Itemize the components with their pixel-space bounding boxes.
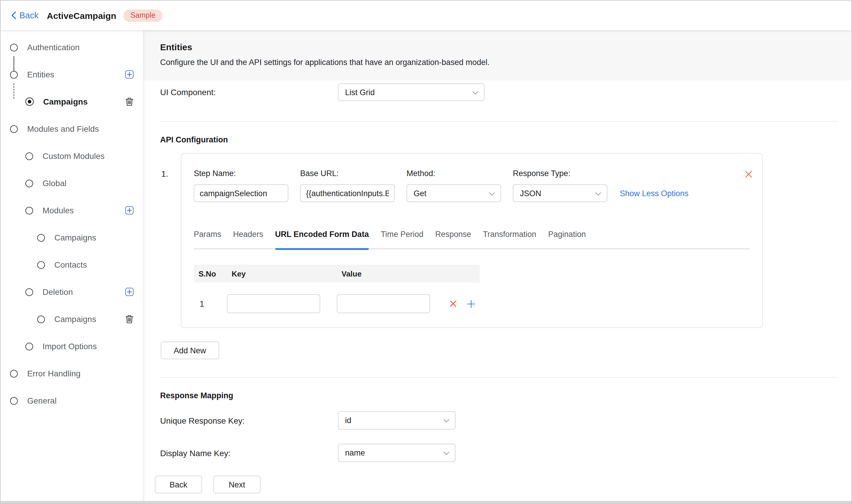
page-title: ActiveCampaign: [47, 10, 116, 20]
sidebar-item-label: Modules: [42, 205, 74, 215]
unique-response-key-label: Unique Response Key:: [160, 416, 338, 425]
base-url-field: Base URL:: [300, 169, 395, 202]
base-url-input[interactable]: [300, 184, 395, 202]
radio-dot: [28, 100, 31, 103]
sidebar-item-campaigns[interactable]: Campaigns: [1, 305, 143, 332]
key-cell: [227, 294, 337, 313]
chevron-down-icon: [443, 417, 449, 422]
close-icon: [744, 170, 753, 178]
trash-icon-glyph: [125, 97, 133, 106]
sidebar-item-campaigns[interactable]: Campaigns: [1, 88, 143, 115]
top-bar: Back ActiveCampaign Sample: [1, 1, 851, 30]
sidebar-item-authentication[interactable]: Authentication: [1, 34, 143, 61]
plus-glyph: [127, 208, 132, 213]
header-sno: S.No: [194, 269, 227, 278]
api-step-card: 1. Step Name: Base URL: Method:: [181, 153, 763, 328]
sidebar-item-label: Campaigns: [54, 233, 96, 242]
sidebar-item-global[interactable]: Global: [1, 169, 143, 197]
step-fields: Step Name: Base URL: Method: Get: [194, 169, 750, 202]
section-header: Entities Configure the UI and the API se…: [144, 30, 851, 80]
divider: [160, 121, 837, 122]
sidebar-item-modules-and-fields[interactable]: Modules and Fields: [1, 115, 143, 142]
circle-icon: [10, 43, 18, 51]
sidebar-item-label: Global: [42, 178, 67, 188]
tab-headers[interactable]: Headers: [233, 230, 263, 248]
circle-icon: [25, 152, 33, 160]
sidebar-item-contacts[interactable]: Contacts: [1, 251, 143, 278]
step-name-input[interactable]: [194, 184, 288, 202]
sidebar-item-deletion[interactable]: Deletion: [1, 278, 143, 305]
method-select[interactable]: Get: [406, 184, 501, 202]
add-new-button[interactable]: Add New: [161, 342, 219, 359]
add-button[interactable]: [125, 288, 133, 296]
remove-row-button[interactable]: [449, 300, 457, 308]
method-field: Method: Get: [406, 169, 501, 202]
sidebar-item-label: Import Options: [42, 342, 97, 351]
sidebar-item-error-handling[interactable]: Error Handling: [1, 360, 143, 387]
app-window: Back ActiveCampaign Sample Authenticatio…: [0, 0, 852, 504]
sidebar-item-custom-modules[interactable]: Custom Modules: [1, 142, 143, 169]
add-button[interactable]: [125, 70, 133, 78]
sidebar-item-label: Campaigns: [43, 97, 88, 106]
circle-icon: [10, 370, 18, 377]
plus-box-icon: [125, 288, 133, 296]
tab-pagination[interactable]: Pagination: [548, 230, 586, 248]
sidebar-item-label: Authentication: [27, 42, 79, 52]
unique-response-key-select[interactable]: id: [338, 411, 455, 430]
circle-icon: [10, 71, 18, 78]
sidebar-item-label: General: [27, 396, 57, 405]
header-value: Value: [337, 269, 447, 278]
api-config-tabs: ParamsHeadersURL Encoded Form DataTime P…: [194, 230, 750, 249]
value-cell: [337, 294, 447, 313]
sidebar-item-campaigns[interactable]: Campaigns: [1, 224, 143, 251]
method-label: Method:: [406, 169, 501, 178]
sidebar-item-modules[interactable]: Modules: [1, 197, 143, 224]
tab-transformation[interactable]: Transformation: [483, 230, 537, 248]
ui-component-select[interactable]: List Grid: [338, 83, 485, 101]
tab-time-period[interactable]: Time Period: [381, 230, 424, 248]
response-type-value: JSON: [520, 189, 541, 198]
tab-url-encoded-form-data[interactable]: URL Encoded Form Data: [275, 230, 369, 248]
step-name-label: Step Name:: [194, 169, 288, 178]
section-title: Entities: [160, 42, 835, 52]
sidebar-item-label: Campaigns: [54, 314, 96, 324]
chevron-left-icon: [11, 11, 17, 19]
value-input[interactable]: [337, 294, 430, 313]
display-name-key-select[interactable]: name: [338, 444, 455, 462]
tab-response[interactable]: Response: [435, 230, 471, 248]
plus-box-icon: [125, 70, 133, 78]
next-button[interactable]: Next: [213, 475, 260, 493]
sidebar-item-entities[interactable]: Entities: [1, 61, 143, 88]
display-name-key-label: Display Name Key:: [160, 448, 338, 457]
ui-component-value: List Grid: [345, 88, 375, 96]
circle-icon: [37, 261, 45, 269]
show-less-options-link[interactable]: Show Less Options: [620, 189, 689, 198]
remove-step-button[interactable]: [744, 170, 753, 178]
table-row: 1: [194, 294, 480, 313]
step-number: 1.: [161, 169, 168, 178]
back-link[interactable]: Back: [11, 11, 39, 20]
circle-icon: [25, 179, 33, 187]
fields-tail: Show Less Options: [619, 169, 689, 202]
step-name-field: Step Name:: [194, 169, 288, 202]
response-type-select[interactable]: JSON: [513, 184, 608, 202]
table-header-row: S.No Key Value: [194, 265, 480, 283]
ui-component-label: UI Component:: [160, 87, 338, 97]
ui-component-row: UI Component: List Grid: [144, 83, 851, 101]
add-row-button[interactable]: [467, 299, 476, 308]
add-button[interactable]: [125, 206, 133, 215]
sidebar-item-general[interactable]: General: [1, 387, 143, 414]
circle-icon: [37, 234, 45, 241]
sidebar-item-import-options[interactable]: Import Options: [1, 332, 143, 360]
key-input[interactable]: [227, 294, 320, 313]
delete-button[interactable]: [125, 314, 133, 324]
response-mapping-heading: Response Mapping: [160, 391, 851, 400]
bottom-scrollbar[interactable]: [1, 501, 851, 503]
radio-selected-icon: [25, 97, 34, 106]
sidebar-item-label: Custom Modules: [42, 151, 105, 161]
back-button[interactable]: Back: [155, 475, 202, 493]
sample-badge: Sample: [124, 9, 163, 22]
table-body: 1: [194, 294, 480, 313]
tab-params[interactable]: Params: [194, 230, 221, 248]
delete-button[interactable]: [125, 97, 133, 106]
